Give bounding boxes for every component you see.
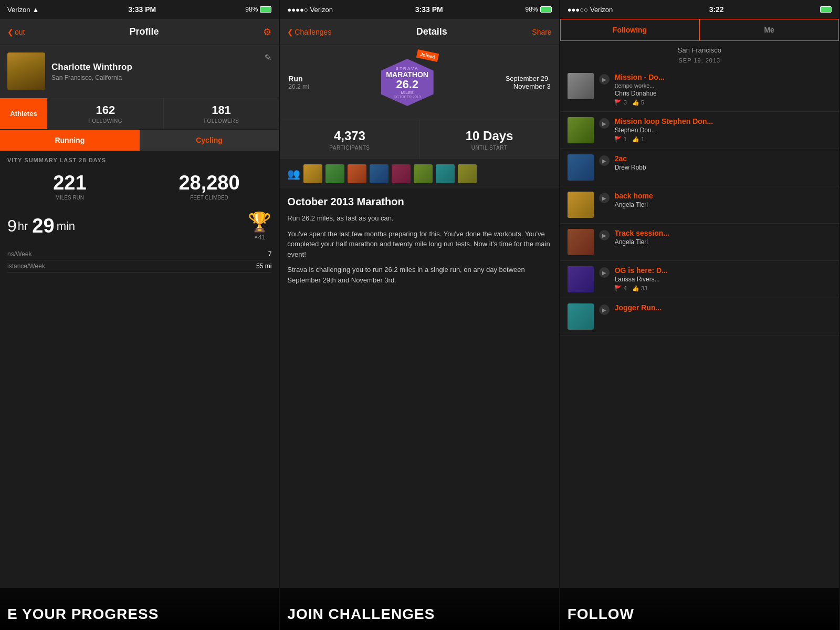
feed-thumb-1 xyxy=(568,73,594,99)
avatar xyxy=(7,52,45,90)
feed-item-title-4: back home xyxy=(615,192,832,200)
feed-item-title-3: 2ac xyxy=(615,154,832,163)
participant-thumb-8[interactable] xyxy=(458,164,477,183)
participants-stat: 4,373 PARTICIPANTS xyxy=(280,120,419,159)
stats-row: Athletes 162 FOLLOWING 181 FOLLOWERS xyxy=(0,98,279,129)
promo-bar-1: E YOUR PROGRESS xyxy=(0,588,279,630)
hex-date: OCTOBER 2013 xyxy=(394,95,421,99)
status-bar-1: Verizon ▲ 3:33 PM 98% xyxy=(0,0,279,19)
hex-miles-label: MILES xyxy=(401,90,413,95)
list-item[interactable]: ▶ 2ac Drew Robb xyxy=(560,149,839,186)
list-item[interactable]: ▶ Track session... Angela Tieri xyxy=(560,224,839,261)
feed-item-content-4: back home Angela Tieri xyxy=(615,192,832,208)
challenge-description: October 2013 Marathon Run 26.2 miles, as… xyxy=(280,188,559,298)
tab-running[interactable]: Running xyxy=(0,130,140,151)
profile-name: Charlotte Winthrop xyxy=(51,62,271,72)
feed-item-subtitle-1: (tempo worke... xyxy=(615,82,832,89)
participant-thumb-3[interactable] xyxy=(348,164,366,183)
trophy-count: ×41 xyxy=(254,233,266,241)
feet-label: FEET CLIMBED xyxy=(142,195,277,201)
days-label: UNTIL START xyxy=(428,145,551,151)
run-icon-6: ▶ xyxy=(599,267,610,278)
challenge-stats: 4,373 PARTICIPANTS 10 Days UNTIL START xyxy=(280,120,559,159)
followers-label: FOLLOWERS xyxy=(168,118,275,124)
tab-me[interactable]: Me xyxy=(699,19,839,41)
flag-count-2: 🚩 1 xyxy=(615,136,627,143)
thumb-count-2: 👍 1 xyxy=(632,136,644,143)
run-icon-4: ▶ xyxy=(599,193,610,203)
hours-value: 9 xyxy=(7,216,17,236)
promo-text-3: FOLLOW xyxy=(568,606,634,623)
activity-tabs: Running Cycling xyxy=(0,130,279,151)
feed-thumb-6 xyxy=(568,266,594,292)
back-button-1[interactable]: ❮ out xyxy=(7,28,25,36)
followers-stat[interactable]: 181 FOLLOWERS xyxy=(163,98,279,129)
challenge-type: Run xyxy=(288,75,309,83)
feed-item-title-1: Mission - Do... xyxy=(615,73,832,81)
list-item[interactable]: ▶ back home Angela Tieri xyxy=(560,186,839,224)
share-button[interactable]: Share xyxy=(532,28,551,36)
feed-thumb-2 xyxy=(568,117,594,143)
minutes-label: min xyxy=(57,219,75,233)
feed-thumb-3 xyxy=(568,154,594,181)
participant-thumb-6[interactable] xyxy=(414,164,433,183)
athletes-button[interactable]: Athletes xyxy=(0,98,47,129)
challenge-badge: STRAVA MARATHON 26.2 MILES OCTOBER 2013 … xyxy=(379,54,436,111)
gear-icon-1[interactable]: ⚙ xyxy=(263,26,271,38)
feed-thumb-5 xyxy=(568,229,594,255)
participant-thumb-2[interactable] xyxy=(326,164,344,183)
challenge-distance: 26.2 mi xyxy=(288,83,309,90)
status-bar-3: ●●●○○ Verizon 3:22 xyxy=(560,0,839,19)
feed-item-content-5: Track session... Angela Tieri xyxy=(615,229,832,246)
tab-following[interactable]: Following xyxy=(560,19,700,41)
signal-dots-2: ●●●●○ xyxy=(287,6,308,14)
feed-tabs: Following Me xyxy=(560,19,839,41)
miles-label: MILES RUN xyxy=(2,195,138,201)
feed-item-content-1: Mission - Do... (tempo worke... Chris Do… xyxy=(615,73,832,106)
participant-thumb-4[interactable] xyxy=(370,164,388,183)
feet-count: 28,280 xyxy=(142,173,277,193)
list-item[interactable]: ▶ Jogger Run... xyxy=(560,298,839,335)
hex-miles: 26.2 xyxy=(396,79,418,90)
run-icon-2: ▶ xyxy=(599,118,610,129)
trophy-area: 🏆 ×41 xyxy=(248,211,271,241)
following-stat[interactable]: 162 FOLLOWING xyxy=(47,98,163,129)
feed-thumb-7 xyxy=(568,303,594,330)
feed-item-meta-2: 🚩 1 👍 1 xyxy=(615,136,832,143)
challenge-body-3: Strava is challenging you to run 26.2 mi… xyxy=(287,265,551,285)
feed-item-author-6: Larissa Rivers... xyxy=(615,276,832,283)
run-icon-1: ▶ xyxy=(599,74,610,85)
challenge-panel: ●●●●○ Verizon 3:33 PM 98% ❮ Challenges D… xyxy=(280,0,560,630)
challenge-header: Run 26.2 mi STRAVA MARATHON 26.2 MILES O… xyxy=(280,45,559,120)
participant-thumb-1[interactable] xyxy=(303,164,322,183)
back-button-2[interactable]: ❮ Challenges xyxy=(287,28,331,36)
days-count: 10 Days xyxy=(428,129,551,143)
battery-1: 98% xyxy=(245,6,271,13)
status-bar-2: ●●●●○ Verizon 3:33 PM 98% xyxy=(280,0,559,19)
challenge-body-1: Run 26.2 miles, as fast as you can. xyxy=(287,213,551,224)
participant-thumb-5[interactable] xyxy=(392,164,411,183)
runs-per-week-label: ns/Week xyxy=(7,250,32,258)
add-participant-icon[interactable]: 👥 xyxy=(287,167,300,180)
date-range-start: September 29- xyxy=(506,75,551,82)
edit-button[interactable]: ✎ xyxy=(265,52,271,62)
challenge-info: Run 26.2 mi xyxy=(288,75,309,90)
challenge-body-2: You've spent the last few months prepari… xyxy=(287,229,551,260)
battery-3 xyxy=(820,6,832,13)
following-label: FOLLOWING xyxy=(52,118,159,124)
tab-cycling[interactable]: Cycling xyxy=(140,130,279,151)
challenge-title: October 2013 Marathon xyxy=(287,196,551,208)
battery-icon-3 xyxy=(820,6,832,13)
time-row: 9 hr 29 min 🏆 ×41 xyxy=(0,207,279,245)
run-icon-3: ▶ xyxy=(599,155,610,166)
battery-icon-1 xyxy=(260,6,271,13)
promo-text-1: E YOUR PROGRESS xyxy=(7,606,159,623)
big-stats: 221 MILES RUN 28,280 FEET CLIMBED xyxy=(0,166,279,207)
feed-item-author-3: Drew Robb xyxy=(615,164,832,171)
participant-thumb-7[interactable] xyxy=(436,164,455,183)
back-label-2: Challenges xyxy=(295,28,331,36)
list-item[interactable]: ▶ Mission - Do... (tempo worke... Chris … xyxy=(560,68,839,112)
profile-location: San Francisco, California xyxy=(51,74,271,81)
list-item[interactable]: ▶ OG is here: D... Larissa Rivers... 🚩 4… xyxy=(560,261,839,298)
list-item[interactable]: ▶ Mission loop Stephen Don... Stephen Do… xyxy=(560,112,839,149)
